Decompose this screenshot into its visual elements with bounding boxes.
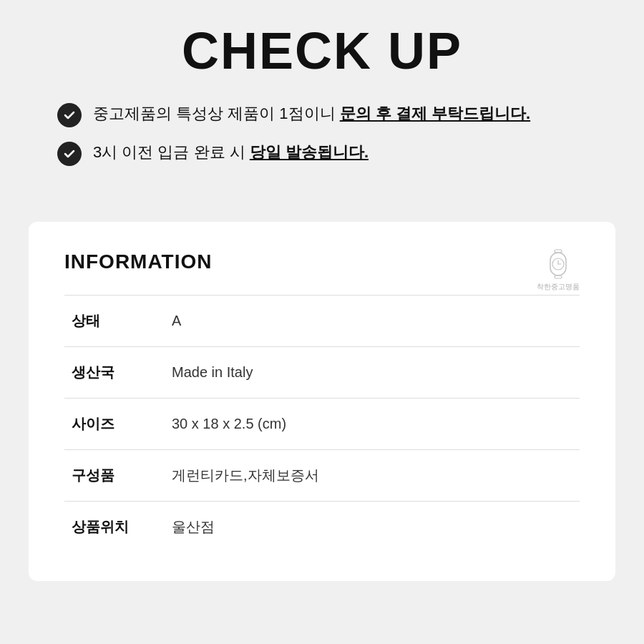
watch-icon: [545, 249, 572, 279]
checklist: 중고제품의 특성상 제품이 1점이니 문의 후 결제 부탁드립니다. 3시 이전…: [43, 102, 601, 179]
table-row-components: 구성품 게런티카드,자체보증서: [64, 450, 580, 502]
label-components: 구성품: [64, 450, 165, 502]
checkmark-icon-1: [57, 103, 82, 127]
checklist-item-2-text: 3시 이전 입금 완료 시 당일 발송됩니다.: [93, 140, 369, 164]
info-title: INFORMATION: [64, 250, 580, 273]
value-status: A: [165, 296, 580, 347]
label-size: 사이즈: [64, 399, 165, 450]
table-row-size: 사이즈 30 x 18 x 2.5 (cm): [64, 399, 580, 450]
checkmark-icon-2: [57, 142, 82, 166]
value-components: 게런티카드,자체보증서: [165, 450, 580, 502]
header-section: CHECK UP 중고제품의 특성상 제품이 1점이니 문의 후 결제 부탁드립…: [0, 0, 644, 208]
label-status: 상태: [64, 296, 165, 347]
value-origin: Made in Italy: [165, 347, 580, 399]
info-table: 상태 A 생산국 Made in Italy 사이즈 30 x 18 x 2.5…: [64, 295, 580, 552]
table-row-origin: 생산국 Made in Italy: [64, 347, 580, 399]
page-title: CHECK UP: [43, 21, 601, 80]
info-section: INFORMATION 착한중고명품 상태 A 생산국 Made in Ital…: [29, 222, 615, 581]
brand-watermark: 착한중고명품: [537, 249, 580, 291]
label-origin: 생산국: [64, 347, 165, 399]
value-location: 울산점: [165, 502, 580, 553]
checklist-item-1: 중고제품의 특성상 제품이 1점이니 문의 후 결제 부탁드립니다.: [57, 102, 587, 127]
checklist-item-2: 3시 이전 입금 완료 시 당일 발송됩니다.: [57, 140, 587, 166]
table-row-status: 상태 A: [64, 296, 580, 347]
checklist-item-1-text: 중고제품의 특성상 제품이 1점이니 문의 후 결제 부탁드립니다.: [93, 102, 530, 125]
value-size: 30 x 18 x 2.5 (cm): [165, 399, 580, 450]
label-location: 상품위치: [64, 502, 165, 553]
table-row-location: 상품위치 울산점: [64, 502, 580, 553]
brand-name: 착한중고명품: [537, 282, 580, 291]
